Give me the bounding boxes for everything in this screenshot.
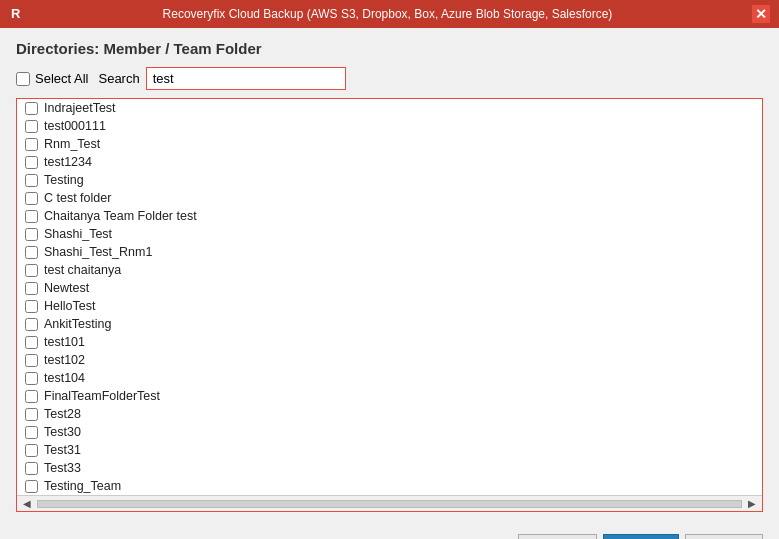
list-item-checkbox[interactable] bbox=[25, 120, 38, 133]
main-content: Directories: Member / Team Folder Select… bbox=[0, 28, 779, 524]
list-item: Shashi_Test bbox=[17, 225, 762, 243]
list-item: FinalTeamFolderTest bbox=[17, 387, 762, 405]
list-item-label: HelloTest bbox=[44, 299, 95, 313]
list-item-label: test104 bbox=[44, 371, 85, 385]
list-item-checkbox[interactable] bbox=[25, 336, 38, 349]
scroll-left-icon[interactable]: ◀ bbox=[19, 498, 35, 509]
list-item-label: test101 bbox=[44, 335, 85, 349]
list-item-label: test102 bbox=[44, 353, 85, 367]
toolbar: Select All Search bbox=[16, 67, 763, 90]
list-item-label: Test31 bbox=[44, 443, 81, 457]
list-item: test101 bbox=[17, 333, 762, 351]
list-item: Shashi_Test_Rnm1 bbox=[17, 243, 762, 261]
list-item-checkbox[interactable] bbox=[25, 462, 38, 475]
search-input[interactable] bbox=[146, 67, 346, 90]
select-all-container: Select All bbox=[16, 71, 88, 86]
list-item-checkbox[interactable] bbox=[25, 300, 38, 313]
window-title: Recoveryfix Cloud Backup (AWS S3, Dropbo… bbox=[24, 7, 751, 21]
list-item-label: Chaitanya Team Folder test bbox=[44, 209, 197, 223]
list-item-label: Test28 bbox=[44, 407, 81, 421]
horizontal-scrollbar[interactable]: ◀ ▶ bbox=[17, 495, 762, 511]
list-item-checkbox[interactable] bbox=[25, 174, 38, 187]
back-button[interactable]: < Back bbox=[518, 534, 596, 539]
list-item-checkbox[interactable] bbox=[25, 156, 38, 169]
list-container: IndrajeetTesttest000111Rnm_Testtest1234T… bbox=[16, 98, 763, 512]
list-item-checkbox[interactable] bbox=[25, 264, 38, 277]
next-button[interactable]: Next > bbox=[603, 534, 679, 539]
list-item: test000111 bbox=[17, 117, 762, 135]
list-item: Chaitanya Team Folder test bbox=[17, 207, 762, 225]
list-item-checkbox[interactable] bbox=[25, 372, 38, 385]
list-item-checkbox[interactable] bbox=[25, 390, 38, 403]
list-item-label: Test33 bbox=[44, 461, 81, 475]
list-item: Newtest bbox=[17, 279, 762, 297]
list-item-label: AnkitTesting bbox=[44, 317, 111, 331]
cancel-button[interactable]: Cancel bbox=[685, 534, 763, 539]
search-label: Search bbox=[98, 71, 139, 86]
list-item-label: test1234 bbox=[44, 155, 92, 169]
svg-text:R: R bbox=[11, 6, 21, 21]
list-item-checkbox[interactable] bbox=[25, 138, 38, 151]
list-item-checkbox[interactable] bbox=[25, 426, 38, 439]
search-container: Search bbox=[98, 67, 345, 90]
list-item-label: Testing_Team bbox=[44, 479, 121, 493]
title-bar: R Recoveryfix Cloud Backup (AWS S3, Drop… bbox=[0, 0, 779, 28]
list-item-label: test000111 bbox=[44, 119, 106, 133]
list-item-checkbox[interactable] bbox=[25, 210, 38, 223]
app-icon: R bbox=[8, 6, 24, 22]
list-item-label: FinalTeamFolderTest bbox=[44, 389, 160, 403]
list-item: test chaitanya bbox=[17, 261, 762, 279]
list-item: Rnm_Test bbox=[17, 135, 762, 153]
list-item: HelloTest bbox=[17, 297, 762, 315]
close-button[interactable]: ✕ bbox=[751, 4, 771, 24]
list-item-label: IndrajeetTest bbox=[44, 101, 116, 115]
list-item: test1234 bbox=[17, 153, 762, 171]
list-item-checkbox[interactable] bbox=[25, 408, 38, 421]
list-item-checkbox[interactable] bbox=[25, 318, 38, 331]
list-item-label: C test folder bbox=[44, 191, 111, 205]
list-item-checkbox[interactable] bbox=[25, 480, 38, 493]
list-item-label: Newtest bbox=[44, 281, 89, 295]
list-item-label: Testing bbox=[44, 173, 84, 187]
list-item: test104 bbox=[17, 369, 762, 387]
scroll-right-icon[interactable]: ▶ bbox=[744, 498, 760, 509]
list-item-checkbox[interactable] bbox=[25, 102, 38, 115]
list-item-label: Test30 bbox=[44, 425, 81, 439]
list-item: Testing_Team bbox=[17, 477, 762, 495]
list-item: C test folder bbox=[17, 189, 762, 207]
list-item-label: test chaitanya bbox=[44, 263, 121, 277]
select-all-label[interactable]: Select All bbox=[35, 71, 88, 86]
list-item-label: Rnm_Test bbox=[44, 137, 100, 151]
list-item-checkbox[interactable] bbox=[25, 282, 38, 295]
page-header: Directories: Member / Team Folder bbox=[16, 40, 763, 57]
list-item: test102 bbox=[17, 351, 762, 369]
list-item-label: Shashi_Test bbox=[44, 227, 112, 241]
list-item: Test28 bbox=[17, 405, 762, 423]
list-scroll-area[interactable]: IndrajeetTesttest000111Rnm_Testtest1234T… bbox=[17, 99, 762, 495]
list-item-checkbox[interactable] bbox=[25, 246, 38, 259]
footer: < Back Next > Cancel bbox=[0, 524, 779, 539]
list-item-checkbox[interactable] bbox=[25, 228, 38, 241]
list-item-checkbox[interactable] bbox=[25, 192, 38, 205]
list-item: Testing bbox=[17, 171, 762, 189]
list-item-label: Shashi_Test_Rnm1 bbox=[44, 245, 152, 259]
list-item: AnkitTesting bbox=[17, 315, 762, 333]
list-item-checkbox[interactable] bbox=[25, 354, 38, 367]
list-item: Test33 bbox=[17, 459, 762, 477]
select-all-checkbox[interactable] bbox=[16, 72, 30, 86]
list-item: Test31 bbox=[17, 441, 762, 459]
list-item: IndrajeetTest bbox=[17, 99, 762, 117]
list-item-checkbox[interactable] bbox=[25, 444, 38, 457]
list-item: Test30 bbox=[17, 423, 762, 441]
